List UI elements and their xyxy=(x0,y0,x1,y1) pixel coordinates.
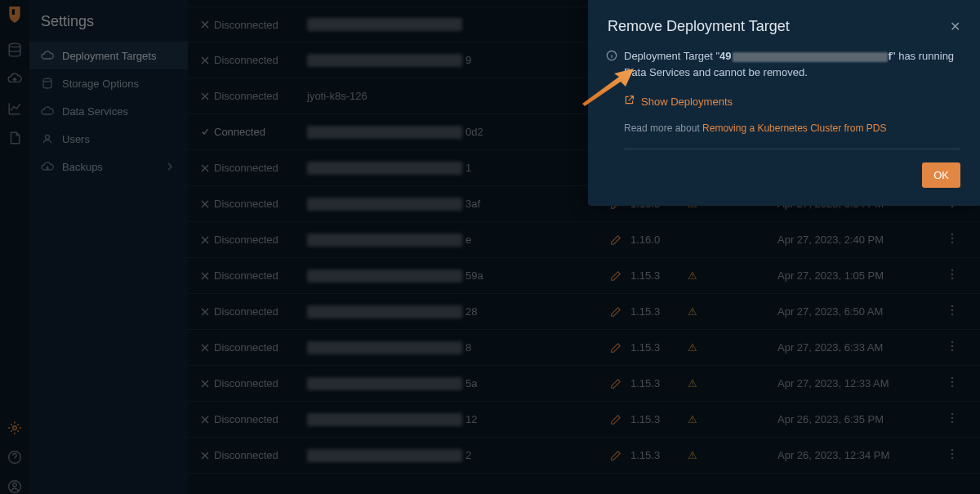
ok-button[interactable]: OK xyxy=(922,162,960,188)
remove-target-modal: Remove Deployment Target ✕ Deployment Ta… xyxy=(588,0,980,206)
modal-help-text: Read more about Removing a Kubernetes Cl… xyxy=(624,122,960,149)
docs-link[interactable]: Removing a Kubernetes Cluster from PDS xyxy=(702,122,886,134)
modal-title: Remove Deployment Target xyxy=(608,18,950,35)
close-icon[interactable]: ✕ xyxy=(950,19,960,34)
info-icon xyxy=(606,50,617,65)
modal-message: Deployment Target "49f" has running Data… xyxy=(624,48,960,80)
external-link-icon xyxy=(624,95,635,108)
redacted-id xyxy=(733,52,888,62)
show-deployments-link[interactable]: Show Deployments xyxy=(624,95,960,108)
